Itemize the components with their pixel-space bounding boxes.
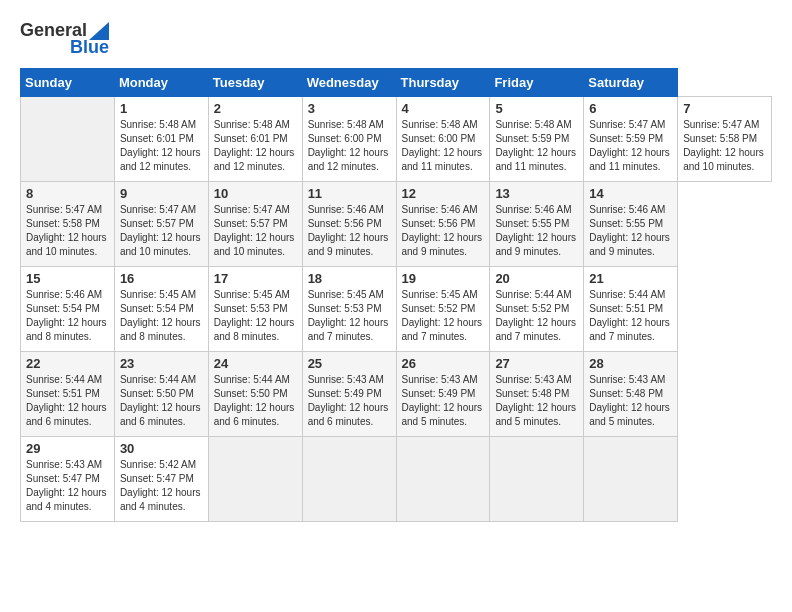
calendar-cell: 11Sunrise: 5:46 AMSunset: 5:56 PMDayligh…	[302, 182, 396, 267]
day-number: 26	[402, 356, 485, 371]
calendar-cell: 20Sunrise: 5:44 AMSunset: 5:52 PMDayligh…	[490, 267, 584, 352]
day-number: 25	[308, 356, 391, 371]
day-info: Sunrise: 5:47 AMSunset: 5:59 PMDaylight:…	[589, 118, 672, 174]
day-info: Sunrise: 5:46 AMSunset: 5:55 PMDaylight:…	[495, 203, 578, 259]
logo-container: General Blue	[20, 20, 109, 58]
day-info: Sunrise: 5:43 AMSunset: 5:48 PMDaylight:…	[495, 373, 578, 429]
calendar-cell: 5Sunrise: 5:48 AMSunset: 5:59 PMDaylight…	[490, 97, 584, 182]
day-number: 4	[402, 101, 485, 116]
logo-blue: Blue	[70, 37, 109, 58]
weekday-header-friday: Friday	[490, 69, 584, 97]
day-info: Sunrise: 5:45 AMSunset: 5:52 PMDaylight:…	[402, 288, 485, 344]
day-number: 17	[214, 271, 297, 286]
calendar-cell: 15Sunrise: 5:46 AMSunset: 5:54 PMDayligh…	[21, 267, 115, 352]
weekday-header-thursday: Thursday	[396, 69, 490, 97]
weekday-header-saturday: Saturday	[584, 69, 678, 97]
day-number: 9	[120, 186, 203, 201]
day-info: Sunrise: 5:44 AMSunset: 5:51 PMDaylight:…	[589, 288, 672, 344]
day-info: Sunrise: 5:44 AMSunset: 5:52 PMDaylight:…	[495, 288, 578, 344]
day-info: Sunrise: 5:43 AMSunset: 5:48 PMDaylight:…	[589, 373, 672, 429]
calendar-cell-empty	[21, 97, 115, 182]
calendar-week-3: 15Sunrise: 5:46 AMSunset: 5:54 PMDayligh…	[21, 267, 772, 352]
calendar-week-2: 8Sunrise: 5:47 AMSunset: 5:58 PMDaylight…	[21, 182, 772, 267]
calendar-cell: 12Sunrise: 5:46 AMSunset: 5:56 PMDayligh…	[396, 182, 490, 267]
calendar-cell: 29Sunrise: 5:43 AMSunset: 5:47 PMDayligh…	[21, 437, 115, 522]
day-number: 18	[308, 271, 391, 286]
calendar-table: SundayMondayTuesdayWednesdayThursdayFrid…	[20, 68, 772, 522]
calendar-body: 1Sunrise: 5:48 AMSunset: 6:01 PMDaylight…	[21, 97, 772, 522]
day-info: Sunrise: 5:42 AMSunset: 5:47 PMDaylight:…	[120, 458, 203, 514]
calendar-cell: 1Sunrise: 5:48 AMSunset: 6:01 PMDaylight…	[114, 97, 208, 182]
weekday-row: SundayMondayTuesdayWednesdayThursdayFrid…	[21, 69, 772, 97]
day-number: 28	[589, 356, 672, 371]
day-number: 22	[26, 356, 109, 371]
day-info: Sunrise: 5:46 AMSunset: 5:54 PMDaylight:…	[26, 288, 109, 344]
day-info: Sunrise: 5:48 AMSunset: 6:00 PMDaylight:…	[402, 118, 485, 174]
day-number: 2	[214, 101, 297, 116]
calendar-cell: 18Sunrise: 5:45 AMSunset: 5:53 PMDayligh…	[302, 267, 396, 352]
calendar-cell: 28Sunrise: 5:43 AMSunset: 5:48 PMDayligh…	[584, 352, 678, 437]
day-info: Sunrise: 5:48 AMSunset: 5:59 PMDaylight:…	[495, 118, 578, 174]
calendar-cell	[208, 437, 302, 522]
calendar-cell	[490, 437, 584, 522]
calendar-cell: 19Sunrise: 5:45 AMSunset: 5:52 PMDayligh…	[396, 267, 490, 352]
day-number: 14	[589, 186, 672, 201]
day-info: Sunrise: 5:43 AMSunset: 5:49 PMDaylight:…	[308, 373, 391, 429]
calendar-cell: 7Sunrise: 5:47 AMSunset: 5:58 PMDaylight…	[678, 97, 772, 182]
day-info: Sunrise: 5:47 AMSunset: 5:58 PMDaylight:…	[683, 118, 766, 174]
day-info: Sunrise: 5:47 AMSunset: 5:57 PMDaylight:…	[120, 203, 203, 259]
day-info: Sunrise: 5:46 AMSunset: 5:56 PMDaylight:…	[402, 203, 485, 259]
day-number: 8	[26, 186, 109, 201]
day-info: Sunrise: 5:43 AMSunset: 5:47 PMDaylight:…	[26, 458, 109, 514]
day-number: 15	[26, 271, 109, 286]
day-info: Sunrise: 5:48 AMSunset: 6:00 PMDaylight:…	[308, 118, 391, 174]
day-number: 13	[495, 186, 578, 201]
calendar-cell	[584, 437, 678, 522]
day-number: 10	[214, 186, 297, 201]
day-info: Sunrise: 5:44 AMSunset: 5:50 PMDaylight:…	[214, 373, 297, 429]
calendar-cell: 21Sunrise: 5:44 AMSunset: 5:51 PMDayligh…	[584, 267, 678, 352]
calendar-cell: 17Sunrise: 5:45 AMSunset: 5:53 PMDayligh…	[208, 267, 302, 352]
calendar-cell: 14Sunrise: 5:46 AMSunset: 5:55 PMDayligh…	[584, 182, 678, 267]
day-number: 23	[120, 356, 203, 371]
day-info: Sunrise: 5:45 AMSunset: 5:53 PMDaylight:…	[214, 288, 297, 344]
calendar-cell: 3Sunrise: 5:48 AMSunset: 6:00 PMDaylight…	[302, 97, 396, 182]
page-header: General Blue	[20, 20, 772, 58]
calendar-cell: 13Sunrise: 5:46 AMSunset: 5:55 PMDayligh…	[490, 182, 584, 267]
weekday-header-wednesday: Wednesday	[302, 69, 396, 97]
calendar-cell: 9Sunrise: 5:47 AMSunset: 5:57 PMDaylight…	[114, 182, 208, 267]
day-number: 11	[308, 186, 391, 201]
day-number: 1	[120, 101, 203, 116]
day-info: Sunrise: 5:47 AMSunset: 5:57 PMDaylight:…	[214, 203, 297, 259]
day-info: Sunrise: 5:44 AMSunset: 5:50 PMDaylight:…	[120, 373, 203, 429]
logo: General Blue	[20, 20, 109, 58]
day-number: 30	[120, 441, 203, 456]
calendar-cell: 30Sunrise: 5:42 AMSunset: 5:47 PMDayligh…	[114, 437, 208, 522]
calendar-cell: 22Sunrise: 5:44 AMSunset: 5:51 PMDayligh…	[21, 352, 115, 437]
day-info: Sunrise: 5:46 AMSunset: 5:55 PMDaylight:…	[589, 203, 672, 259]
calendar-cell	[396, 437, 490, 522]
day-info: Sunrise: 5:44 AMSunset: 5:51 PMDaylight:…	[26, 373, 109, 429]
calendar-cell: 6Sunrise: 5:47 AMSunset: 5:59 PMDaylight…	[584, 97, 678, 182]
day-number: 20	[495, 271, 578, 286]
calendar-cell: 23Sunrise: 5:44 AMSunset: 5:50 PMDayligh…	[114, 352, 208, 437]
day-number: 12	[402, 186, 485, 201]
day-info: Sunrise: 5:46 AMSunset: 5:56 PMDaylight:…	[308, 203, 391, 259]
calendar-cell: 10Sunrise: 5:47 AMSunset: 5:57 PMDayligh…	[208, 182, 302, 267]
day-number: 21	[589, 271, 672, 286]
calendar-week-5: 29Sunrise: 5:43 AMSunset: 5:47 PMDayligh…	[21, 437, 772, 522]
day-number: 6	[589, 101, 672, 116]
weekday-header-tuesday: Tuesday	[208, 69, 302, 97]
day-number: 19	[402, 271, 485, 286]
calendar-cell: 8Sunrise: 5:47 AMSunset: 5:58 PMDaylight…	[21, 182, 115, 267]
calendar-cell: 24Sunrise: 5:44 AMSunset: 5:50 PMDayligh…	[208, 352, 302, 437]
day-number: 24	[214, 356, 297, 371]
day-number: 16	[120, 271, 203, 286]
calendar-cell: 26Sunrise: 5:43 AMSunset: 5:49 PMDayligh…	[396, 352, 490, 437]
day-info: Sunrise: 5:45 AMSunset: 5:54 PMDaylight:…	[120, 288, 203, 344]
day-info: Sunrise: 5:47 AMSunset: 5:58 PMDaylight:…	[26, 203, 109, 259]
day-number: 7	[683, 101, 766, 116]
day-info: Sunrise: 5:48 AMSunset: 6:01 PMDaylight:…	[214, 118, 297, 174]
calendar-cell: 2Sunrise: 5:48 AMSunset: 6:01 PMDaylight…	[208, 97, 302, 182]
calendar-week-4: 22Sunrise: 5:44 AMSunset: 5:51 PMDayligh…	[21, 352, 772, 437]
